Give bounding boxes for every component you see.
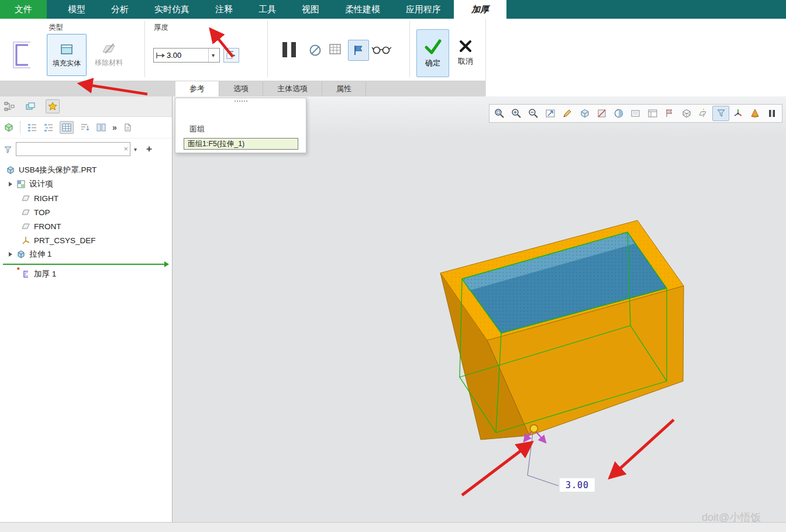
zoom-in-icon[interactable] (508, 106, 525, 121)
tree-filter-sort-icon[interactable] (80, 123, 90, 132)
favorites-icon[interactable] (46, 99, 60, 113)
datum-plane-icon (21, 194, 30, 203)
dimension-annotation: 3.00 (528, 433, 595, 492)
3d-scene[interactable]: 3.00 (173, 96, 786, 522)
menu-tab-model[interactable]: 模型 (55, 0, 98, 19)
tree-item-label: 设计项 (29, 179, 53, 189)
cascade-windows-icon[interactable] (25, 101, 36, 112)
datum-display-icon[interactable] (695, 106, 712, 121)
display-style-icon[interactable] (577, 106, 593, 121)
glasses-check-icon[interactable] (371, 44, 393, 55)
menu-tab-tools[interactable]: 工具 (246, 0, 289, 19)
datum-plane-icon (21, 222, 30, 231)
clear-search-icon[interactable]: × (123, 144, 128, 154)
pending-regenerate-mark: * (17, 266, 20, 274)
pause-button[interactable] (282, 42, 296, 57)
dimension-value[interactable]: 3.00 (566, 480, 589, 490)
repaint-icon[interactable] (559, 106, 575, 121)
tab-properties[interactable]: 属性 (322, 81, 366, 96)
remove-material-button[interactable]: 移除材料 (88, 34, 130, 75)
tree-column-display-icon[interactable] (96, 123, 106, 132)
toolbar-divider (20, 122, 21, 133)
tree-item-top-plane[interactable]: TOP (0, 205, 172, 219)
filter-funnel-icon[interactable] (4, 145, 12, 154)
remove-material-icon (101, 42, 116, 56)
tree-item-thicken-1[interactable]: * 加厚 1 (0, 267, 172, 281)
quilt-collector-field[interactable]: 面组1:F5(拉伸_1) (184, 138, 298, 150)
saved-orientations-icon[interactable] (628, 106, 644, 121)
view-manager-icon[interactable] (644, 106, 661, 121)
model-geometry[interactable] (440, 220, 684, 440)
tree-display-icon[interactable] (4, 101, 15, 112)
spin-center-icon[interactable] (730, 106, 746, 121)
show-cube-icon[interactable] (4, 122, 14, 133)
menu-tab-annotate[interactable]: 注释 (202, 0, 246, 19)
tree-item-design-items[interactable]: 设计项 (0, 177, 172, 191)
cancel-button[interactable]: 取消 (451, 29, 480, 76)
tree-item-label: USB4接头保护罩.PRT (19, 165, 96, 175)
search-dropdown-caret[interactable]: ▾ (134, 146, 137, 153)
menu-tab-analysis[interactable]: 分析 (98, 0, 142, 19)
tree-search-input[interactable] (16, 143, 130, 156)
tree-item-label: TOP (34, 208, 50, 217)
more-tools-chevron-icon[interactable]: » (112, 123, 117, 132)
perspective-cone-icon[interactable] (747, 106, 763, 121)
menu-tab-thicken-active[interactable]: 加厚 (454, 0, 506, 19)
tree-item-label: RIGHT (34, 194, 58, 203)
tree-item-part-root[interactable]: USB4接头保护罩.PRT (0, 163, 172, 177)
menu-tab-file[interactable]: 文件 (0, 0, 47, 19)
tab-body-options[interactable]: 主体选项 (263, 81, 322, 96)
menu-tab-applications[interactable]: 应用程序 (393, 0, 454, 19)
tab-options[interactable]: 选项 (219, 81, 263, 96)
add-filter-icon[interactable]: + (146, 143, 152, 155)
menu-tab-view[interactable]: 视图 (289, 0, 332, 19)
dashboard-tabstrip: 参考 选项 主体选项 属性 (0, 81, 485, 96)
thickness-input[interactable] (166, 51, 208, 60)
tree-item-label: PRT_CSYS_DEF (34, 236, 96, 245)
datum-plane-icon (21, 208, 30, 217)
section-view-icon[interactable] (594, 106, 610, 121)
tree-item-extrude-1[interactable]: 拉伸 1 (0, 247, 172, 261)
menu-tab-live-sim[interactable]: 实时仿真 (142, 0, 202, 19)
wireframe-display-icon[interactable] (678, 106, 695, 121)
menu-tab-flexible-modeling[interactable]: 柔性建模 (332, 0, 393, 19)
pause-display-icon[interactable] (764, 106, 780, 121)
ok-button[interactable]: 确定 (416, 29, 449, 77)
flip-direction-button[interactable] (223, 48, 239, 63)
fill-solid-button[interactable]: 填充实体 (47, 34, 87, 76)
enhanced-realism-icon[interactable] (611, 106, 627, 121)
tree-columns-icon[interactable] (60, 121, 74, 134)
status-bar (0, 522, 786, 532)
zoom-region-icon[interactable] (491, 106, 508, 121)
mesh-preview-icon[interactable] (328, 42, 343, 56)
tree-item-label: 拉伸 1 (29, 249, 51, 260)
no-preview-icon[interactable] (308, 43, 322, 57)
creo-window: 文件 模型 分析 实时仿真 注释 工具 视图 柔性建模 应用程序 加厚 类型 填… (0, 0, 786, 532)
ribbon-divider (409, 21, 410, 77)
annotation-display-icon[interactable] (661, 106, 678, 121)
tree-filter-row: × ▾ + (0, 139, 172, 160)
insertion-indicator[interactable] (3, 261, 169, 267)
collapse-list-icon[interactable] (27, 123, 37, 132)
zoom-out-icon[interactable] (525, 106, 542, 121)
ok-label: 确定 (425, 58, 440, 68)
refit-icon[interactable] (542, 106, 559, 121)
tree-item-csys[interactable]: PRT_CSYS_DEF (0, 233, 172, 247)
expand-arrow-icon[interactable] (9, 182, 12, 186)
tab-references[interactable]: 参考 (175, 81, 219, 96)
expand-list-icon[interactable] (43, 123, 54, 132)
tree-item-right-plane[interactable]: RIGHT (0, 191, 172, 205)
thickness-dropdown-caret[interactable]: ▾ (208, 49, 218, 62)
tree-item-front-plane[interactable]: FRONT (0, 219, 172, 233)
cancel-x-icon (458, 39, 473, 53)
panel-grip-dots[interactable] (235, 101, 247, 102)
quilt-label: 面组 (189, 124, 205, 134)
attached-preview-icon[interactable] (348, 40, 369, 61)
tree-settings-doc-icon[interactable] (123, 123, 132, 132)
tree-item-label: FRONT (34, 222, 61, 231)
datum-display-filter-icon[interactable] (712, 106, 729, 121)
graphics-area[interactable]: 3.00 doit@小悟饭 (173, 96, 786, 522)
remove-material-label: 移除材料 (95, 58, 123, 68)
expand-arrow-icon[interactable] (9, 252, 12, 257)
extrude-icon (16, 250, 26, 259)
